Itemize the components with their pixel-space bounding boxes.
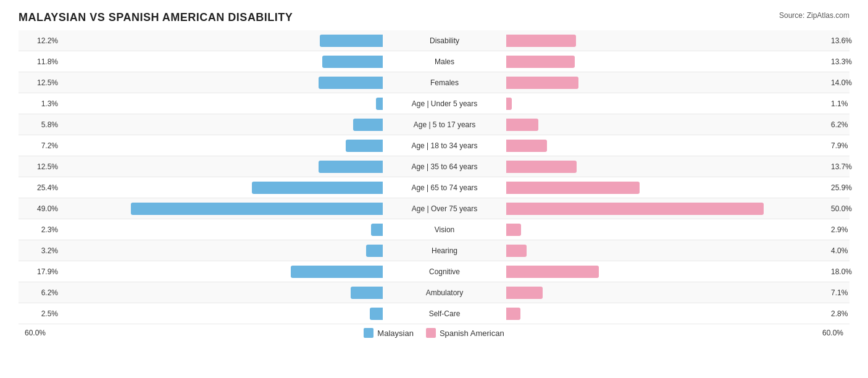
val-left: 3.2%	[19, 246, 62, 255]
row-inner: 1.3% Age | Under 5 years 1.1%	[19, 93, 849, 114]
val-right: 4.0%	[827, 246, 868, 255]
val-left: 7.2%	[19, 141, 62, 150]
bar-left	[320, 35, 383, 47]
row-inner: 12.5% Age | 35 to 64 years 13.7%	[19, 156, 849, 177]
chart-body: 12.2% Disability 13.6% 11.8% Males 13.3%…	[19, 30, 849, 324]
row-inner: 6.2% Ambulatory 7.1%	[19, 282, 849, 303]
val-left: 17.9%	[19, 267, 62, 276]
row-inner: 11.8% Males 13.3%	[19, 51, 849, 72]
bar-right-container	[506, 224, 827, 236]
bar-label: Cognitive	[383, 267, 506, 276]
bar-right	[506, 77, 578, 89]
bar-row: 3.2% Hearing 4.0%	[19, 240, 849, 261]
bar-right	[506, 224, 521, 236]
val-right: 50.0%	[827, 204, 868, 213]
legend-label-malaysian: Malaysian	[377, 329, 414, 338]
val-right: 13.6%	[827, 36, 868, 45]
bar-left-container	[62, 266, 383, 278]
bar-left	[366, 245, 383, 257]
val-right: 2.9%	[827, 225, 868, 234]
bar-label: Males	[383, 57, 506, 66]
bar-row: 17.9% Cognitive 18.0%	[19, 261, 849, 282]
bar-left	[319, 161, 383, 173]
bar-right-container	[506, 287, 827, 299]
chart-title: MALAYSIAN VS SPANISH AMERICAN DISABILITY	[19, 11, 293, 24]
row-inner: 12.2% Disability 13.6%	[19, 30, 849, 51]
row-inner: 17.9% Cognitive 18.0%	[19, 261, 849, 282]
val-left: 6.2%	[19, 288, 62, 297]
bar-row: 2.3% Vision 2.9%	[19, 219, 849, 240]
bar-left-container	[62, 98, 383, 110]
bar-right-container	[506, 182, 827, 194]
chart-footer: 60.0% Malaysian Spanish American 60.0%	[19, 328, 849, 338]
val-right: 25.9%	[827, 183, 868, 192]
bar-right	[506, 119, 538, 131]
bar-label: Females	[383, 78, 506, 87]
bar-right	[506, 266, 599, 278]
chart-header: MALAYSIAN VS SPANISH AMERICAN DISABILITY…	[19, 11, 849, 24]
bar-left-container	[62, 287, 383, 299]
bar-row: 5.8% Age | 5 to 17 years 6.2%	[19, 114, 849, 135]
bar-label: Age | 65 to 74 years	[383, 183, 506, 192]
row-inner: 7.2% Age | 18 to 34 years 7.9%	[19, 135, 849, 156]
row-inner: 5.8% Age | 5 to 17 years 6.2%	[19, 114, 849, 135]
bar-right	[506, 56, 575, 68]
bar-left	[322, 56, 383, 68]
legend-label-spanish: Spanish American	[440, 329, 504, 338]
bar-left-container	[62, 56, 383, 68]
bar-left	[291, 266, 383, 278]
row-inner: 2.5% Self-Care 2.8%	[19, 303, 849, 324]
row-inner: 25.4% Age | 65 to 74 years 25.9%	[19, 177, 849, 198]
bar-left-container	[62, 77, 383, 89]
bar-right	[506, 308, 520, 320]
bar-row: 49.0% Age | Over 75 years 50.0%	[19, 198, 849, 219]
val-right: 2.8%	[827, 309, 868, 318]
bar-right	[506, 98, 512, 110]
bar-label: Age | Over 75 years	[383, 204, 506, 213]
bar-left	[351, 287, 383, 299]
bar-right	[506, 35, 576, 47]
bar-right	[506, 287, 543, 299]
bar-left-container	[62, 224, 383, 236]
val-left: 49.0%	[19, 204, 62, 213]
bar-left	[319, 77, 383, 89]
bar-left-container	[62, 119, 383, 131]
val-left: 2.3%	[19, 225, 62, 234]
val-left: 2.5%	[19, 309, 62, 318]
legend-item-malaysian: Malaysian	[364, 328, 414, 338]
row-inner: 2.3% Vision 2.9%	[19, 219, 849, 240]
bar-row: 12.2% Disability 13.6%	[19, 30, 849, 51]
val-right: 6.2%	[827, 120, 868, 129]
bar-right-container	[506, 56, 827, 68]
bar-label: Age | 35 to 64 years	[383, 162, 506, 171]
val-right: 14.0%	[827, 78, 868, 87]
bar-left-container	[62, 182, 383, 194]
bar-right-container	[506, 203, 827, 215]
val-left: 12.5%	[19, 162, 62, 171]
bar-left-container	[62, 245, 383, 257]
bar-label: Vision	[383, 225, 506, 234]
bar-right-container	[506, 140, 827, 152]
bar-left	[371, 224, 383, 236]
bar-right-container	[506, 35, 827, 47]
bar-right	[506, 140, 547, 152]
bar-row: 11.8% Males 13.3%	[19, 51, 849, 72]
bar-left	[346, 140, 383, 152]
val-left: 12.5%	[19, 78, 62, 87]
bar-right-container	[506, 245, 827, 257]
val-right: 13.3%	[827, 57, 868, 66]
bar-left	[131, 203, 383, 215]
row-inner: 49.0% Age | Over 75 years 50.0%	[19, 198, 849, 219]
bar-label: Ambulatory	[383, 288, 506, 297]
val-left: 25.4%	[19, 183, 62, 192]
val-left: 11.8%	[19, 57, 62, 66]
bar-right-container	[506, 308, 827, 320]
bar-row: 7.2% Age | 18 to 34 years 7.9%	[19, 135, 849, 156]
bar-left-container	[62, 203, 383, 215]
bar-row: 12.5% Females 14.0%	[19, 72, 849, 93]
val-right: 7.1%	[827, 288, 868, 297]
val-right: 7.9%	[827, 141, 868, 150]
bar-right-container	[506, 98, 827, 110]
bar-row: 12.5% Age | 35 to 64 years 13.7%	[19, 156, 849, 177]
val-left: 1.3%	[19, 99, 62, 108]
